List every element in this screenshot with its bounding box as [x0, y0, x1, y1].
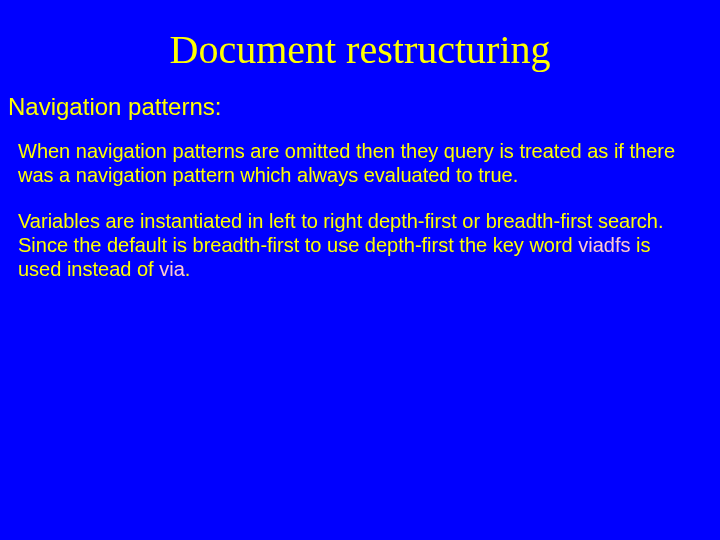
- keyword-viadfs: viadfs: [578, 234, 630, 256]
- paragraph-1: When navigation patterns are omitted the…: [0, 139, 720, 187]
- keyword-via: via: [159, 258, 185, 280]
- para2-text-a: Variables are instantiated in left to ri…: [18, 210, 664, 256]
- slide-title: Document restructuring: [0, 0, 720, 93]
- paragraph-2: Variables are instantiated in left to ri…: [0, 209, 720, 281]
- para2-text-c: .: [185, 258, 191, 280]
- slide-subtitle: Navigation patterns:: [0, 93, 720, 139]
- slide-container: Document restructuring Navigation patter…: [0, 0, 720, 540]
